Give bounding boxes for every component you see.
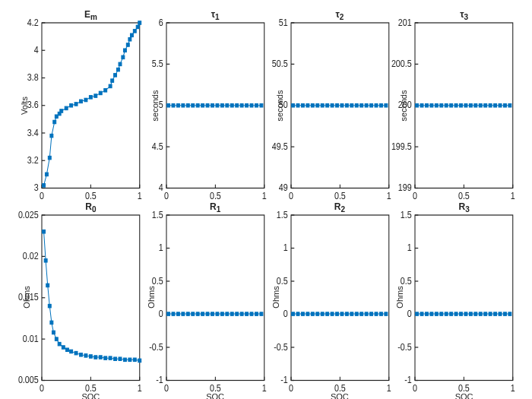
- svg-rect-121: [369, 104, 372, 107]
- chart-title: R2: [291, 201, 389, 214]
- svg-rect-310: [460, 312, 463, 315]
- svg-rect-75: [201, 104, 204, 107]
- svg-rect-46: [128, 38, 131, 41]
- plot-area: 00.5133.23.43.63.844.2: [42, 23, 140, 188]
- svg-rect-82: [236, 104, 239, 107]
- svg-text:4: 4: [34, 45, 40, 55]
- svg-text:1: 1: [511, 383, 515, 393]
- svg-text:1: 1: [159, 242, 163, 252]
- svg-text:51: 51: [278, 17, 287, 27]
- chart-title: R0: [42, 201, 140, 214]
- svg-text:201: 201: [398, 17, 412, 27]
- svg-rect-281: [384, 312, 387, 315]
- svg-rect-48: [133, 30, 136, 33]
- svg-text:1: 1: [511, 191, 515, 201]
- svg-rect-238: [240, 312, 243, 315]
- svg-rect-45: [126, 43, 129, 46]
- svg-rect-145: [430, 104, 433, 107]
- svg-rect-38: [109, 84, 112, 87]
- svg-rect-265: [306, 312, 309, 315]
- svg-rect-74: [196, 104, 199, 107]
- plot-area: 00.510.0050.010.0150.020.025: [42, 215, 140, 381]
- panel-tau2: τ2seconds00.514949.55050.551: [291, 23, 389, 188]
- plot-area: 00.51-1-0.500.511.5: [291, 215, 389, 381]
- svg-text:0: 0: [164, 191, 169, 201]
- svg-rect-122: [375, 104, 378, 107]
- svg-rect-86: [255, 104, 258, 107]
- svg-rect-262: [291, 312, 294, 315]
- svg-rect-153: [470, 104, 473, 107]
- svg-rect-199: [119, 357, 122, 360]
- svg-rect-152: [464, 104, 467, 107]
- svg-rect-79: [220, 104, 223, 107]
- svg-rect-186: [58, 342, 61, 345]
- svg-text:-0.5: -0.5: [274, 342, 287, 352]
- svg-rect-108: [306, 104, 309, 107]
- svg-text:1: 1: [262, 191, 267, 201]
- svg-rect-303: [426, 312, 429, 315]
- svg-text:199: 199: [398, 183, 412, 193]
- svg-rect-106: [296, 104, 299, 107]
- chart-title: τ3: [415, 9, 513, 21]
- svg-rect-229: [196, 312, 199, 315]
- svg-rect-198: [114, 357, 117, 360]
- svg-rect-77: [211, 104, 214, 107]
- svg-rect-120: [365, 104, 368, 107]
- svg-rect-112: [325, 104, 328, 107]
- svg-rect-28: [60, 109, 63, 112]
- svg-rect-264: [301, 312, 304, 315]
- svg-text:0: 0: [159, 309, 163, 318]
- svg-rect-282: [415, 215, 513, 381]
- svg-rect-68: [166, 104, 169, 107]
- svg-rect-270: [331, 312, 334, 315]
- svg-rect-161: [508, 104, 511, 107]
- panel-R1: R1OhmsSOC00.51-1-0.500.511.5: [166, 215, 264, 381]
- svg-rect-21: [43, 184, 46, 187]
- svg-rect-227: [186, 312, 189, 315]
- svg-rect-203: [138, 359, 141, 362]
- svg-rect-31: [74, 103, 78, 106]
- svg-rect-118: [355, 104, 358, 107]
- svg-rect-302: [420, 312, 423, 315]
- svg-rect-182: [48, 304, 51, 307]
- svg-rect-234: [220, 312, 223, 315]
- x-axis-label: SOC: [415, 392, 513, 399]
- svg-rect-179: [43, 230, 46, 233]
- svg-rect-39: [111, 79, 114, 82]
- svg-text:0: 0: [164, 383, 169, 393]
- svg-text:1: 1: [407, 242, 412, 252]
- svg-rect-232: [211, 312, 214, 315]
- panel-R2: R2OhmsSOC00.51-1-0.500.511.5: [291, 215, 389, 381]
- svg-rect-189: [70, 350, 73, 353]
- svg-rect-148: [445, 104, 448, 107]
- svg-text:50.5: 50.5: [271, 59, 287, 68]
- svg-rect-105: [291, 104, 294, 107]
- svg-text:0: 0: [413, 383, 417, 393]
- svg-rect-318: [499, 312, 502, 315]
- svg-rect-274: [350, 312, 353, 315]
- svg-rect-157: [489, 104, 492, 107]
- x-axis-label: SOC: [291, 392, 389, 399]
- svg-text:4.5: 4.5: [152, 141, 163, 151]
- svg-rect-225: [176, 312, 179, 315]
- svg-rect-181: [46, 283, 49, 287]
- svg-rect-271: [335, 312, 338, 315]
- svg-text:0.5: 0.5: [276, 276, 287, 286]
- svg-text:5.5: 5.5: [152, 59, 163, 68]
- y-axis-label: Ohms: [271, 287, 280, 309]
- svg-rect-319: [504, 312, 507, 315]
- svg-rect-114: [335, 104, 338, 107]
- svg-text:0: 0: [40, 383, 44, 393]
- svg-rect-158: [494, 104, 497, 107]
- svg-rect-267: [315, 312, 318, 315]
- svg-rect-309: [454, 312, 458, 315]
- x-axis-label: SOC: [42, 392, 140, 399]
- svg-rect-180: [44, 258, 47, 261]
- svg-rect-33: [84, 98, 87, 101]
- svg-rect-304: [430, 312, 433, 315]
- svg-rect-123: [379, 104, 382, 107]
- svg-rect-263: [296, 312, 299, 315]
- svg-text:1: 1: [138, 383, 142, 393]
- svg-rect-70: [176, 104, 179, 107]
- svg-rect-84: [245, 104, 248, 107]
